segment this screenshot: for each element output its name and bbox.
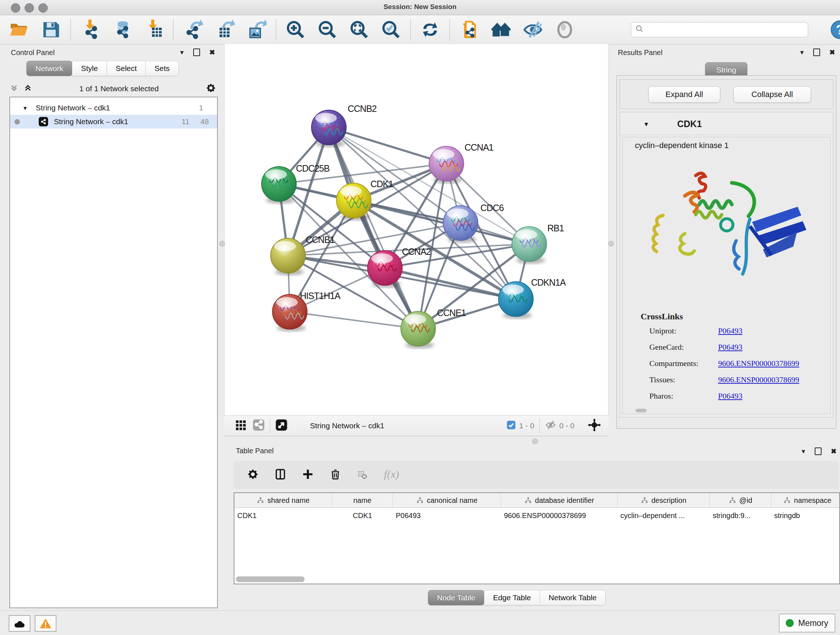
birdseye-grid-icon[interactable]: [234, 419, 247, 433]
add-column-icon[interactable]: [302, 468, 314, 482]
node-label-CCNB2: CCNB2: [347, 103, 377, 114]
float-menu-icon[interactable]: ▾: [802, 448, 805, 455]
column-header--id[interactable]: @id: [710, 493, 771, 508]
tab-network[interactable]: Network: [27, 61, 73, 76]
tab-style[interactable]: Style: [72, 61, 107, 76]
float-panel-icon[interactable]: [193, 49, 200, 56]
tab-node-table[interactable]: Node Table: [428, 590, 485, 605]
home-button[interactable]: [490, 19, 512, 41]
zoom-in-button[interactable]: [284, 19, 307, 41]
column-header-database-identifier[interactable]: database identifier: [501, 493, 617, 508]
cell-canonical-name[interactable]: P06493: [393, 508, 501, 523]
node-CDKN1A[interactable]: [499, 282, 533, 319]
export-image-button[interactable]: [245, 19, 268, 41]
node-table[interactable]: shared namenamecanonical namedatabase id…: [234, 492, 840, 584]
node-CCNE1[interactable]: [401, 311, 436, 348]
right-splitter-handle[interactable]: [608, 241, 614, 247]
import-table-button[interactable]: [142, 19, 165, 41]
collapse-all-button[interactable]: Collapse All: [733, 86, 811, 103]
edge-CCNB2-CCNE1[interactable]: [329, 127, 418, 329]
delete-column-icon[interactable]: [329, 468, 341, 482]
refresh-button[interactable]: [419, 19, 441, 41]
column-header-name[interactable]: name: [332, 493, 393, 508]
network-options-gear-icon[interactable]: [205, 82, 216, 95]
table-row[interactable]: CDK1CDK1P064939606.ENSP00000378699cyclin…: [234, 508, 839, 523]
cell-name[interactable]: CDK1: [332, 508, 393, 523]
save-button[interactable]: [40, 19, 62, 41]
cell-description[interactable]: cyclin–dependent ...: [617, 508, 710, 523]
horizontal-splitter-handle[interactable]: [532, 439, 538, 444]
import-network-button[interactable]: [79, 19, 101, 41]
annotation-button[interactable]: [458, 19, 480, 41]
cdk1-header-row[interactable]: ▼ CDK1: [620, 116, 833, 135]
cell-shared-name[interactable]: CDK1: [234, 508, 332, 523]
node-CCNB1[interactable]: [271, 238, 305, 276]
tab-select[interactable]: Select: [107, 61, 146, 76]
collection-expand-triangle-icon[interactable]: ▼: [22, 105, 28, 111]
float-menu-icon[interactable]: ▾: [800, 49, 804, 56]
node-CCNA1[interactable]: [429, 146, 464, 184]
eye-button[interactable]: [554, 19, 576, 41]
zoom-fit-button[interactable]: [348, 19, 370, 41]
hidden-counts: 0 - 0: [559, 421, 575, 430]
crosslink-link[interactable]: 9606.ENSP00000378699: [718, 359, 799, 368]
folder-open-button[interactable]: [8, 19, 30, 41]
open-in-window-icon[interactable]: [275, 419, 287, 433]
edge-HIST1H1A-CCNE1[interactable]: [290, 312, 418, 329]
node-label-HIST1H1A: HIST1H1A: [300, 291, 341, 301]
column-header-namespace[interactable]: namespace: [771, 493, 840, 508]
crosslink-link[interactable]: P06493: [718, 326, 742, 336]
expand-all-icon[interactable]: [23, 83, 33, 94]
tab-network-table[interactable]: Network Table: [540, 590, 606, 605]
close-panel-icon[interactable]: ✖: [831, 448, 837, 455]
eye-slash-button[interactable]: [522, 19, 544, 41]
memory-button[interactable]: Memory: [779, 614, 835, 632]
crosslink-link[interactable]: P06493: [718, 342, 742, 352]
selected-checkbox-icon[interactable]: [506, 420, 516, 432]
expand-all-button[interactable]: Expand All: [648, 86, 720, 103]
crosslink-link[interactable]: P06493: [718, 391, 742, 401]
network-canvas[interactable]: CCNB2CCNA1CDC25BCDK1CDC6RB1CCNB1CCNA2CDK…: [224, 44, 608, 415]
cloud-status-button[interactable]: [9, 615, 30, 632]
node-label-CCNA1: CCNA1: [464, 142, 493, 152]
cell--id[interactable]: stringdb:9...: [710, 508, 771, 523]
table-options-gear-icon[interactable]: [247, 468, 259, 482]
import-database-button[interactable]: [111, 19, 133, 41]
horizontal-scrollbar-thumb[interactable]: [236, 576, 305, 582]
column-header-canonical-name[interactable]: canonical name: [393, 493, 501, 508]
node-CDC25B[interactable]: [262, 166, 296, 204]
collapse-triangle-icon[interactable]: ▼: [643, 121, 649, 128]
column-header-description[interactable]: description: [617, 493, 710, 508]
warning-status-button[interactable]: [35, 615, 57, 632]
edge-CCNB2-CCNA1[interactable]: [329, 127, 447, 164]
help-button[interactable]: ?: [830, 19, 840, 41]
close-panel-icon[interactable]: ✖: [210, 49, 215, 56]
network-collection-row[interactable]: ▼ String Network – cdk1 1: [10, 101, 217, 115]
float-panel-icon[interactable]: [813, 49, 820, 56]
zoom-selected-button[interactable]: [380, 19, 402, 41]
float-panel-icon[interactable]: [815, 448, 821, 455]
collapse-all-icon[interactable]: [9, 83, 19, 94]
export-network-button[interactable]: [182, 19, 204, 41]
tab-sets[interactable]: Sets: [145, 61, 179, 76]
show-columns-icon[interactable]: [274, 468, 286, 482]
node-RB1[interactable]: [512, 226, 546, 264]
float-menu-icon[interactable]: ▾: [180, 49, 184, 56]
pan-crosshair-icon[interactable]: [587, 418, 601, 434]
cell-database-identifier[interactable]: 9606.ENSP00000378699: [501, 508, 617, 523]
node-CDK1[interactable]: [336, 183, 371, 220]
tab-edge-table[interactable]: Edge Table: [484, 590, 540, 605]
string-network-badge-icon: [39, 117, 48, 126]
network-row-selected[interactable]: String Network – cdk1 11 48: [10, 115, 217, 128]
close-panel-icon[interactable]: ✖: [829, 49, 835, 56]
crosslink-link[interactable]: 9606.ENSP00000378699: [718, 375, 799, 385]
search-field[interactable]: [631, 22, 808, 37]
cell-namespace[interactable]: stringdb: [771, 508, 840, 523]
export-table-button[interactable]: [213, 19, 236, 41]
zoom-out-button[interactable]: [316, 19, 339, 41]
network-graph[interactable]: CCNB2CCNA1CDC25BCDK1CDC6RB1CCNB1CCNA2CDK…: [225, 44, 608, 415]
column-header-shared-name[interactable]: shared name: [234, 493, 332, 508]
search-input[interactable]: [647, 25, 804, 35]
left-splitter-handle[interactable]: [219, 241, 225, 247]
mini-scrollbar[interactable]: [636, 409, 646, 412]
